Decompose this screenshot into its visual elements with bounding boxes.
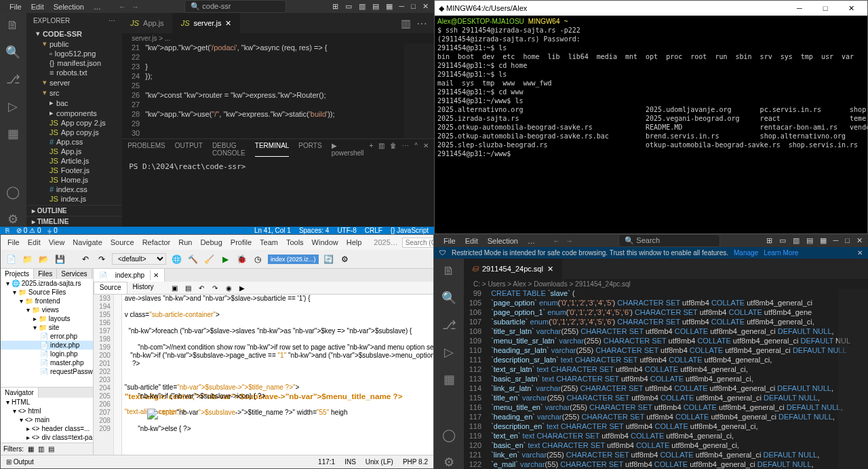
file-indexcss[interactable]: #index.css xyxy=(26,185,122,194)
file-master[interactable]: 📄 master.php xyxy=(1,358,93,367)
ico-4[interactable]: ↷ xyxy=(207,283,218,293)
ico-2[interactable]: ▤ xyxy=(180,283,191,293)
menu-file[interactable]: File xyxy=(3,237,24,248)
project-root[interactable]: ▾ 🌐 2025.izrada-sajta.rs xyxy=(1,279,93,288)
menu-more[interactable]: … xyxy=(90,1,105,12)
undo-icon[interactable]: ↶ xyxy=(79,253,92,265)
term-max-icon[interactable]: ^ xyxy=(414,142,418,157)
nav-fwd-icon[interactable]: → xyxy=(566,237,573,245)
ico-3[interactable]: ↶ xyxy=(193,283,204,293)
more-icon[interactable]: ⚙ xyxy=(339,253,351,265)
term-add-icon[interactable]: + xyxy=(369,142,373,157)
command-center[interactable]: 🔍 Search xyxy=(618,234,720,247)
menu-tools[interactable]: Tools xyxy=(282,237,308,248)
folder-layouts[interactable]: ▸ 📁 layouts xyxy=(1,314,93,323)
nav-div[interactable]: ▸ <> div class=text-pa xyxy=(1,433,93,442)
tab-services[interactable]: Services xyxy=(57,269,92,279)
command-center[interactable]: 🔍 code-ssr xyxy=(184,0,286,13)
tab-appjs[interactable]: JSApp.js xyxy=(122,13,172,33)
menu-refactor[interactable]: Refactor xyxy=(138,237,175,248)
open-icon[interactable]: 📂 xyxy=(37,253,50,265)
breadcrumbs[interactable]: C: > Users > Alex > Downloads > 2911454_… xyxy=(464,279,868,289)
layout-icon[interactable]: ▭ xyxy=(779,236,786,245)
build-icon[interactable]: 🔨 xyxy=(186,253,199,265)
breadcrumbs[interactable]: server.js > ... xyxy=(122,33,434,43)
nav-header[interactable]: ▸ <> header class=... xyxy=(1,424,93,433)
code-editor[interactable]: 21222324252627282930 "kw">app."kw">get('… xyxy=(122,43,434,138)
tab-ports[interactable]: PORTS xyxy=(298,142,321,157)
settings-icon[interactable]: ⚙ xyxy=(7,212,18,227)
save-all-icon[interactable]: 💾 xyxy=(54,253,66,265)
status-port[interactable]: ⏚ 0 xyxy=(47,227,57,234)
folder-src[interactable]: ▾src xyxy=(26,88,122,98)
config-select[interactable]: <default> xyxy=(112,253,166,265)
nav-fwd-icon[interactable]: → xyxy=(132,3,139,11)
status-encoding[interactable]: UTF-8 xyxy=(337,227,356,234)
file-login[interactable]: 📄 login.php xyxy=(1,350,93,358)
status-errors[interactable]: ⊘ 0 ⚠ 0 xyxy=(16,227,41,234)
file-appcopy[interactable]: JSApp copy.js xyxy=(26,128,122,137)
menu-debug[interactable]: Debug xyxy=(196,237,226,248)
extensions-icon[interactable]: ▦ xyxy=(443,372,455,387)
file-appjs[interactable]: JSApp.js xyxy=(26,147,122,156)
nav-main[interactable]: ▾ <> main xyxy=(1,415,93,424)
ico-1[interactable]: ▣ xyxy=(166,283,177,293)
timeline-section[interactable]: ▸ TIMELINE xyxy=(26,216,122,227)
term-more-icon[interactable]: ⋯ xyxy=(402,142,409,157)
explorer-icon[interactable]: 🗎 xyxy=(7,18,19,33)
file-robots[interactable]: ≡robots.txt xyxy=(26,68,122,77)
max-btn[interactable]: □ xyxy=(411,2,416,11)
tab-output[interactable]: OUTPUT xyxy=(175,142,203,157)
file-article[interactable]: JSArticle.js xyxy=(26,156,122,166)
reload-icon[interactable]: 🔄 xyxy=(323,253,335,265)
split-icon[interactable]: ▥ xyxy=(401,17,411,29)
close-btn[interactable]: ✕ xyxy=(856,236,863,245)
profile-icon[interactable]: ◷ xyxy=(252,253,264,265)
folder-components[interactable]: ▸components xyxy=(26,108,122,118)
max-btn[interactable]: □ xyxy=(813,4,837,13)
project-root[interactable]: ▾CODE-SSR xyxy=(26,29,122,39)
php-editor[interactable]: 1931941951961971981992002012022032042052… xyxy=(94,295,434,455)
menu-edit[interactable]: Edit xyxy=(27,1,48,12)
search-icon[interactable]: 🔍 xyxy=(441,290,456,305)
copilot-icon[interactable]: ⊞ xyxy=(332,2,338,11)
file-index[interactable]: 📄 index.php xyxy=(1,341,93,350)
folder-views[interactable]: ▾ 📁 views xyxy=(1,305,93,314)
close-tab-icon[interactable]: ✕ xyxy=(225,19,231,28)
output-toggle[interactable]: ⊞ Output xyxy=(6,458,34,466)
terminal-body[interactable]: PS D:\2024\react\code-ssr> xyxy=(122,160,434,227)
status-cursor[interactable]: Ln 41, Col 1 xyxy=(254,227,291,234)
file-indexjs[interactable]: JSindex.js xyxy=(26,194,122,204)
extensions-icon[interactable]: ▦ xyxy=(7,126,19,141)
scm-icon[interactable]: ⎇ xyxy=(6,72,20,87)
shell-select[interactable]: ▶ powershell xyxy=(332,142,364,157)
account-icon[interactable]: ◯ xyxy=(6,185,20,200)
nav-back-icon[interactable]: ← xyxy=(119,3,126,11)
status-eol[interactable]: CRLF xyxy=(365,227,382,234)
account-icon[interactable]: ◯ xyxy=(442,428,456,443)
folder-frontend[interactable]: ▾ 📁 frontend xyxy=(1,297,93,305)
max-btn[interactable]: □ xyxy=(845,236,850,245)
nav-html[interactable]: ▾ HTML xyxy=(1,398,93,407)
outline-section[interactable]: ▸ OUTLINE xyxy=(26,205,122,216)
remote-icon[interactable]: ⎘ xyxy=(5,227,9,234)
nav-html-el[interactable]: ▾ <> html xyxy=(1,407,93,415)
tab-sql[interactable]: ⛁2911454_24pc.sql✕ xyxy=(464,259,562,279)
menu-profile[interactable]: Profile xyxy=(226,237,256,248)
sidebar-more-icon[interactable]: ⋯ xyxy=(108,17,115,24)
close-btn[interactable]: ✕ xyxy=(839,4,863,13)
settings-icon[interactable]: ⚙ xyxy=(443,455,454,469)
term-split-icon[interactable]: ▥ xyxy=(378,142,384,157)
filter-icon[interactable]: ▦ xyxy=(28,445,34,453)
banner-close-icon[interactable]: ✕ xyxy=(857,249,863,257)
navigator-tab[interactable]: Navigator xyxy=(1,388,39,398)
search-input[interactable] xyxy=(402,238,434,248)
menu-file[interactable]: File xyxy=(439,236,460,246)
tab-serverjs[interactable]: JSserver.js✕ xyxy=(173,13,241,33)
close-tab-icon[interactable]: ✕ xyxy=(547,265,553,274)
menu-help[interactable]: Help xyxy=(342,237,366,248)
customize-icon[interactable]: ▦ xyxy=(820,236,827,245)
menu-edit[interactable]: Edit xyxy=(461,236,482,246)
minimap[interactable] xyxy=(838,289,868,469)
term-close-icon[interactable]: ✕ xyxy=(423,142,429,157)
